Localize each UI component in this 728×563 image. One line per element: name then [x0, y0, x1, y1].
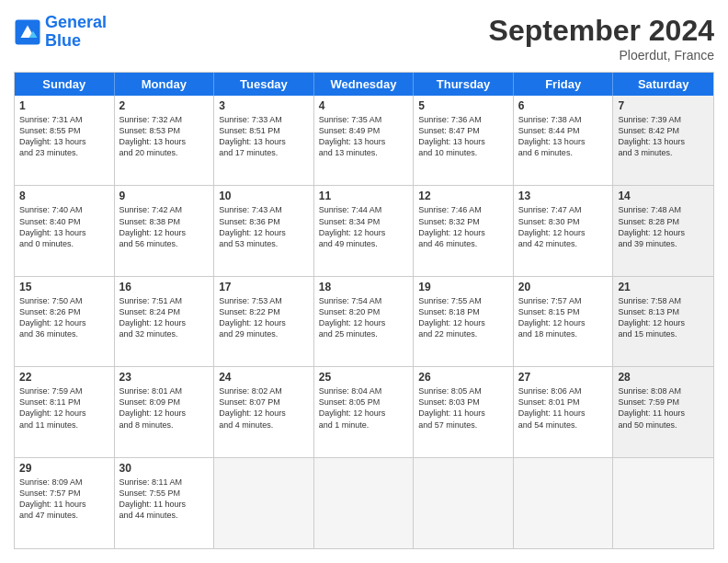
calendar-cell: 5Sunrise: 7:36 AMSunset: 8:47 PMDaylight…	[414, 96, 514, 185]
calendar-cell: 12Sunrise: 7:46 AMSunset: 8:32 PMDayligh…	[414, 186, 514, 275]
calendar-cell: 15Sunrise: 7:50 AMSunset: 8:26 PMDayligh…	[15, 277, 115, 366]
month-title: September 2024	[489, 14, 714, 48]
calendar-cell: 8Sunrise: 7:40 AMSunset: 8:40 PMDaylight…	[15, 186, 115, 275]
calendar-cell: 23Sunrise: 8:01 AMSunset: 8:09 PMDayligh…	[115, 367, 215, 456]
weekday-header: Thursday	[414, 73, 514, 96]
calendar-cell: 19Sunrise: 7:55 AMSunset: 8:18 PMDayligh…	[414, 277, 514, 366]
cell-details: Sunrise: 8:05 AMSunset: 8:03 PMDaylight:…	[418, 385, 508, 431]
day-number: 9	[119, 190, 210, 202]
calendar-cell: 24Sunrise: 8:02 AMSunset: 8:07 PMDayligh…	[214, 367, 314, 456]
cell-details: Sunrise: 7:55 AMSunset: 8:18 PMDaylight:…	[418, 295, 508, 340]
day-number: 21	[618, 281, 709, 293]
day-number: 26	[418, 371, 508, 384]
cell-details: Sunrise: 8:08 AMSunset: 7:59 PMDaylight:…	[618, 385, 709, 431]
calendar-cell: 20Sunrise: 7:57 AMSunset: 8:15 PMDayligh…	[514, 277, 614, 366]
calendar-cell: 22Sunrise: 7:59 AMSunset: 8:11 PMDayligh…	[15, 367, 115, 456]
calendar-row: 8Sunrise: 7:40 AMSunset: 8:40 PMDaylight…	[15, 186, 713, 276]
calendar-cell: 3Sunrise: 7:33 AMSunset: 8:51 PMDaylight…	[214, 96, 314, 185]
title-block: September 2024 Ploerdut, France	[489, 14, 714, 63]
calendar-cell: 26Sunrise: 8:05 AMSunset: 8:03 PMDayligh…	[414, 367, 514, 456]
calendar-cell: 11Sunrise: 7:44 AMSunset: 8:34 PMDayligh…	[314, 186, 415, 275]
day-number: 13	[518, 190, 609, 202]
calendar-row: 29Sunrise: 8:09 AMSunset: 7:57 PMDayligh…	[15, 458, 713, 548]
calendar-cell: 13Sunrise: 7:47 AMSunset: 8:30 PMDayligh…	[514, 186, 614, 275]
cell-details: Sunrise: 7:50 AMSunset: 8:26 PMDaylight:…	[19, 295, 109, 340]
day-number: 20	[518, 281, 609, 293]
calendar-cell: 29Sunrise: 8:09 AMSunset: 7:57 PMDayligh…	[15, 458, 115, 548]
calendar-cell: 30Sunrise: 8:11 AMSunset: 7:55 PMDayligh…	[115, 458, 215, 548]
calendar-cell	[613, 458, 713, 548]
calendar-header: SundayMondayTuesdayWednesdayThursdayFrid…	[15, 73, 713, 96]
calendar-row: 1Sunrise: 7:31 AMSunset: 8:55 PMDaylight…	[15, 96, 713, 186]
day-number: 29	[19, 462, 109, 475]
calendar-cell: 27Sunrise: 8:06 AMSunset: 8:01 PMDayligh…	[514, 367, 614, 456]
cell-details: Sunrise: 7:51 AMSunset: 8:24 PMDaylight:…	[119, 295, 210, 340]
day-number: 8	[19, 190, 109, 202]
logo: General Blue	[14, 14, 107, 51]
calendar-cell: 21Sunrise: 7:58 AMSunset: 8:13 PMDayligh…	[613, 277, 713, 366]
cell-details: Sunrise: 7:54 AMSunset: 8:20 PMDaylight:…	[319, 295, 409, 340]
location: Ploerdut, France	[489, 48, 714, 63]
calendar-cell: 4Sunrise: 7:35 AMSunset: 8:49 PMDaylight…	[314, 96, 415, 185]
cell-details: Sunrise: 7:32 AMSunset: 8:53 PMDaylight:…	[119, 114, 210, 159]
day-number: 15	[19, 281, 109, 293]
day-number: 14	[618, 190, 709, 202]
cell-details: Sunrise: 7:31 AMSunset: 8:55 PMDaylight:…	[19, 114, 109, 159]
calendar-row: 15Sunrise: 7:50 AMSunset: 8:26 PMDayligh…	[15, 277, 713, 367]
calendar-cell: 14Sunrise: 7:48 AMSunset: 8:28 PMDayligh…	[613, 186, 713, 275]
day-number: 28	[618, 371, 709, 384]
header: General Blue September 2024 Ploerdut, Fr…	[14, 14, 714, 63]
cell-details: Sunrise: 7:48 AMSunset: 8:28 PMDaylight:…	[618, 204, 709, 249]
day-number: 19	[418, 281, 508, 293]
calendar-cell	[214, 458, 314, 548]
calendar: SundayMondayTuesdayWednesdayThursdayFrid…	[14, 72, 714, 549]
cell-details: Sunrise: 8:06 AMSunset: 8:01 PMDaylight:…	[518, 385, 609, 431]
cell-details: Sunrise: 7:42 AMSunset: 8:38 PMDaylight:…	[119, 204, 210, 249]
cell-details: Sunrise: 7:33 AMSunset: 8:51 PMDaylight:…	[219, 114, 309, 159]
calendar-row: 22Sunrise: 7:59 AMSunset: 8:11 PMDayligh…	[15, 367, 713, 457]
cell-details: Sunrise: 7:57 AMSunset: 8:15 PMDaylight:…	[518, 295, 609, 340]
day-number: 18	[319, 281, 409, 293]
cell-details: Sunrise: 7:39 AMSunset: 8:42 PMDaylight:…	[618, 114, 709, 159]
weekday-header: Sunday	[15, 73, 115, 96]
cell-details: Sunrise: 7:59 AMSunset: 8:11 PMDaylight:…	[19, 385, 109, 431]
page: General Blue September 2024 Ploerdut, Fr…	[0, 0, 728, 563]
weekday-header: Tuesday	[214, 73, 314, 96]
day-number: 3	[219, 99, 309, 112]
day-number: 2	[119, 99, 210, 112]
cell-details: Sunrise: 7:44 AMSunset: 8:34 PMDaylight:…	[319, 204, 409, 249]
calendar-cell	[414, 458, 514, 548]
cell-details: Sunrise: 7:38 AMSunset: 8:44 PMDaylight:…	[518, 114, 609, 159]
day-number: 11	[319, 190, 409, 202]
day-number: 24	[219, 371, 309, 384]
day-number: 1	[19, 99, 109, 112]
cell-details: Sunrise: 8:02 AMSunset: 8:07 PMDaylight:…	[219, 385, 309, 431]
calendar-body: 1Sunrise: 7:31 AMSunset: 8:55 PMDaylight…	[15, 96, 713, 548]
day-number: 23	[119, 371, 210, 384]
calendar-cell: 10Sunrise: 7:43 AMSunset: 8:36 PMDayligh…	[214, 186, 314, 275]
weekday-header: Saturday	[613, 73, 713, 96]
logo-icon	[14, 18, 41, 46]
weekday-header: Wednesday	[314, 73, 415, 96]
calendar-cell: 25Sunrise: 8:04 AMSunset: 8:05 PMDayligh…	[314, 367, 415, 456]
calendar-cell: 1Sunrise: 7:31 AMSunset: 8:55 PMDaylight…	[15, 96, 115, 185]
calendar-cell	[514, 458, 614, 548]
cell-details: Sunrise: 7:40 AMSunset: 8:40 PMDaylight:…	[19, 204, 109, 249]
cell-details: Sunrise: 7:35 AMSunset: 8:49 PMDaylight:…	[319, 114, 409, 159]
cell-details: Sunrise: 8:04 AMSunset: 8:05 PMDaylight:…	[319, 385, 409, 431]
calendar-cell: 28Sunrise: 8:08 AMSunset: 7:59 PMDayligh…	[613, 367, 713, 456]
day-number: 7	[618, 99, 709, 112]
cell-details: Sunrise: 7:43 AMSunset: 8:36 PMDaylight:…	[219, 204, 309, 249]
cell-details: Sunrise: 8:01 AMSunset: 8:09 PMDaylight:…	[119, 385, 210, 431]
day-number: 27	[518, 371, 609, 384]
weekday-header: Monday	[115, 73, 215, 96]
cell-details: Sunrise: 8:09 AMSunset: 7:57 PMDaylight:…	[19, 477, 109, 522]
day-number: 5	[418, 99, 508, 112]
day-number: 16	[119, 281, 210, 293]
day-number: 4	[319, 99, 409, 112]
calendar-cell: 6Sunrise: 7:38 AMSunset: 8:44 PMDaylight…	[514, 96, 614, 185]
cell-details: Sunrise: 7:58 AMSunset: 8:13 PMDaylight:…	[618, 295, 709, 340]
day-number: 22	[19, 371, 109, 384]
day-number: 10	[219, 190, 309, 202]
cell-details: Sunrise: 7:36 AMSunset: 8:47 PMDaylight:…	[418, 114, 508, 159]
